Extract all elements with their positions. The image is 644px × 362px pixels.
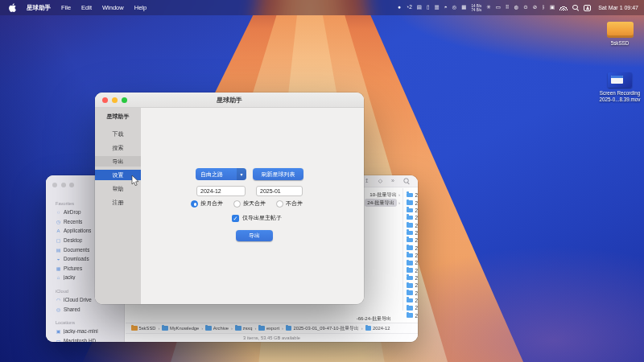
sidebar-item-icon: ◌	[56, 210, 61, 215]
folder-item[interactable]: 2024-	[407, 252, 418, 259]
dialog-sidebar-item[interactable]: 导出	[95, 156, 141, 167]
finder-traffic-lights[interactable]	[52, 183, 74, 187]
finder-sidebar-row[interactable]: Locations	[53, 319, 121, 327]
spotlight-search-icon[interactable]	[572, 5, 579, 11]
folder-item[interactable]: 2024-	[407, 214, 418, 221]
menu-item[interactable]: Help	[134, 4, 147, 11]
finder-sidebar-row[interactable]: ◎ Shared	[53, 304, 121, 314]
folder-item[interactable]: 2024-	[407, 259, 418, 266]
path-separator: ›	[158, 326, 159, 331]
folder-item[interactable]: 2025-	[407, 312, 418, 319]
folder-item[interactable]: 2024-	[407, 199, 418, 206]
sidebar-item-icon: ▢	[56, 237, 61, 243]
camera-indicator-icon[interactable]: ●	[398, 5, 401, 10]
apple-menu-icon[interactable]	[9, 3, 16, 12]
clock-app-icon[interactable]: ◔2	[406, 5, 412, 10]
finder-sidebar-row[interactable]: ▭ Macintosh HD	[53, 336, 121, 342]
menu-app-name[interactable]: 星球助手	[27, 4, 51, 12]
display-icon[interactable]: ▭	[496, 5, 501, 10]
radio-icon	[233, 200, 241, 208]
folder-item[interactable]: 2024-	[407, 237, 418, 244]
minimize-icon	[61, 183, 66, 187]
dialog-sidebar-item[interactable]: 注册	[95, 197, 141, 208]
folder-item[interactable]: 2024-	[407, 207, 418, 214]
grid-icon[interactable]: ⠿	[506, 5, 510, 10]
start-month-field[interactable]	[196, 186, 246, 196]
path-separator: ›	[201, 326, 203, 331]
dialog-sidebar-item[interactable]: 搜索	[95, 142, 141, 153]
globe-icon[interactable]: ◍	[514, 5, 519, 10]
user-switch-icon[interactable]	[584, 5, 591, 11]
input-source-icon[interactable]: ▣	[550, 5, 555, 10]
device-icon[interactable]: ▯	[427, 5, 430, 10]
folder-item[interactable]: 2025-	[407, 304, 418, 311]
menu-item[interactable]: Edit	[81, 4, 92, 11]
sidebar-item-icon: ▭	[56, 338, 61, 342]
folder-icon	[407, 245, 413, 250]
export-button[interactable]: 导出	[236, 230, 273, 241]
merge-radio-option[interactable]: 不合并	[276, 200, 303, 208]
owner-only-checkbox[interactable]: ✓ 仅导出星主帖子	[232, 214, 282, 222]
menu-item[interactable]: Window	[102, 4, 124, 11]
path-segment[interactable]: zsxq ›	[235, 326, 256, 331]
path-segment[interactable]: MyKnowledge ›	[162, 326, 203, 331]
dialog-traffic-lights[interactable]	[102, 97, 127, 103]
refresh-star-list-button[interactable]: 刷新星球列表	[253, 168, 303, 180]
stage-manager-icon[interactable]: ▦	[461, 5, 466, 10]
app-dialog[interactable]: 星球助手 星球助手 下载 搜索 导出 设置 帮助 注册 自由之路	[95, 93, 364, 304]
network-speed-indicator[interactable]: 14 B/s 74 B/s	[471, 4, 481, 12]
sync-icon[interactable]: ◓	[444, 5, 448, 10]
folder-icon	[407, 306, 413, 311]
record-stop-icon[interactable]: ⊘	[533, 5, 537, 10]
share-icon[interactable]: ↥	[365, 178, 369, 184]
fan-icon[interactable]: ✳	[486, 5, 490, 10]
folder-item[interactable]: 2024-	[407, 274, 418, 282]
dialog-title: 星球助手	[95, 93, 364, 108]
path-segment[interactable]: 2025-03-01_09-47-10-批量导出 ›	[286, 325, 363, 332]
menu-bar-clock[interactable]: Sat Mar 1 09:47	[598, 5, 638, 10]
desktop-icon-screen-recording[interactable]: Screen Recording 2025-0...8.39.mov	[599, 72, 641, 102]
folder-icon	[407, 268, 413, 273]
path-separator: ›	[254, 326, 256, 331]
folder-item[interactable]: 2024-	[407, 221, 418, 228]
folder-item[interactable]: 2024-	[407, 282, 418, 289]
search-icon[interactable]	[403, 178, 409, 183]
path-segment[interactable]: 5skSSD ›	[131, 326, 159, 331]
dialog-sidebar-item[interactable]: 设置	[95, 170, 141, 180]
folder-item[interactable]: 2024-	[407, 191, 418, 199]
dialog-content: 自由之路 ▾ 刷新星球列表 按月合并 按天合并 不合并 ✓ 仅导出星主帖子	[141, 108, 364, 304]
star-select-dropdown[interactable]: 自由之路 ▾	[196, 168, 246, 180]
path-segment[interactable]: 2024-12 ›	[365, 326, 390, 331]
clipped-folder-name[interactable]: -66-24-批量导出	[311, 315, 391, 323]
timer-icon[interactable]: ⊙	[523, 5, 527, 10]
folder-icon	[407, 231, 413, 236]
more-icon[interactable]: »	[391, 178, 394, 184]
finder-sidebar-row[interactable]: ▣ jacky-mac-mini	[53, 327, 121, 336]
folder-icon	[235, 326, 242, 331]
column-divider	[402, 188, 403, 311]
desktop: 星球助手 FileEditWindowHelp ●◔2▤▯▥◓◎▦ 14 B/s…	[0, 0, 644, 362]
close-icon	[102, 97, 108, 103]
dialog-sidebar-item[interactable]: 帮助	[95, 183, 141, 194]
folder-item[interactable]: 2024-	[407, 266, 418, 274]
folder-icon	[407, 238, 413, 243]
wifi-icon[interactable]	[559, 6, 568, 10]
folder-item[interactable]: 2025-	[407, 289, 418, 296]
merge-radio-option[interactable]: 按天合并	[233, 200, 266, 208]
folder-item[interactable]: 2024-	[407, 229, 418, 237]
assistant-icon[interactable]: ◎	[452, 5, 457, 10]
folder-item[interactable]: 2025-	[407, 297, 418, 304]
path-segment[interactable]: export ›	[258, 326, 283, 331]
close-icon	[52, 183, 57, 187]
desktop-icon-drive[interactable]: 5skSSD	[599, 22, 641, 47]
tag-icon[interactable]: ◇	[378, 178, 382, 184]
menu-item[interactable]: File	[61, 4, 71, 11]
merge-radio-option[interactable]: 按月合并	[191, 200, 223, 208]
dialog-sidebar-item[interactable]: 下载	[95, 129, 141, 139]
bluetooth-icon[interactable]: ᛒ	[542, 5, 545, 10]
path-segment[interactable]: Archive ›	[205, 326, 233, 331]
folder-item[interactable]: 2024-	[407, 244, 418, 251]
clipboard-icon[interactable]: ▥	[434, 5, 439, 10]
keyboard-icon[interactable]: ▤	[417, 5, 422, 10]
end-month-field[interactable]	[256, 186, 303, 196]
